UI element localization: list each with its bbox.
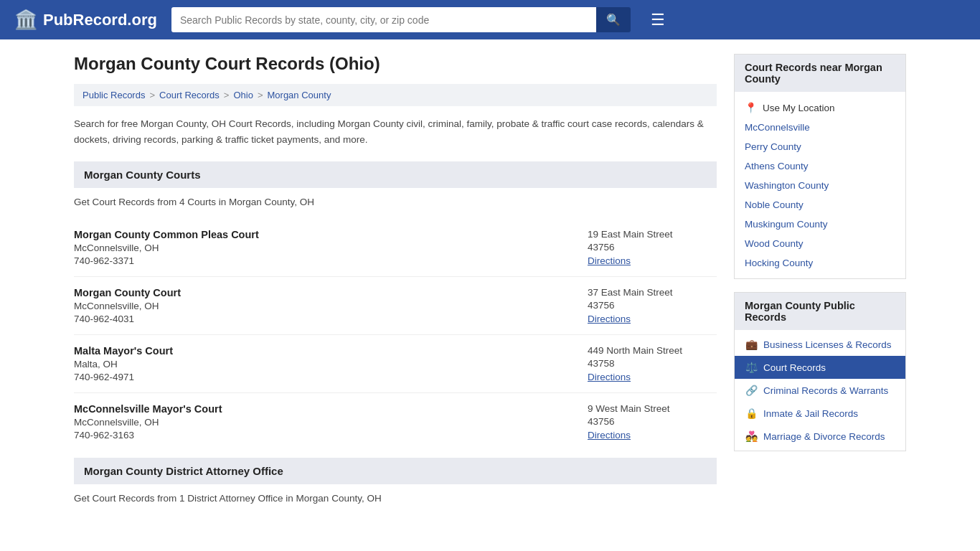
record-label-2: Criminal Records & Warrants: [763, 385, 888, 396]
breadcrumb-sep-1: >: [149, 90, 155, 100]
location-icon: 📍: [745, 102, 757, 113]
court-right-0: 19 East Main Street 43756 Directions: [588, 229, 717, 266]
search-bar: 🔍: [171, 7, 631, 32]
menu-button[interactable]: ☰: [651, 11, 665, 29]
directions-link-3[interactable]: Directions: [588, 430, 631, 441]
court-phone-3: 740-962-3163: [74, 430, 222, 441]
breadcrumb-sep-3: >: [258, 90, 263, 100]
court-address-2: 449 North Main Street: [588, 345, 717, 356]
nearby-list: 📍 Use My Location McConnelsvillePerry Co…: [735, 92, 905, 278]
nearby-header: Court Records near Morgan County: [735, 55, 905, 92]
breadcrumb-court-records[interactable]: Court Records: [159, 90, 220, 100]
court-city-2: Malta, OH: [74, 359, 173, 369]
page-description: Search for free Morgan County, OH Court …: [74, 116, 717, 147]
court-left-3: McConnelsville Mayor's Court McConnelsvi…: [74, 403, 222, 441]
search-input[interactable]: [171, 7, 596, 32]
court-entry: McConnelsville Mayor's Court McConnelsvi…: [74, 393, 717, 451]
breadcrumb-ohio[interactable]: Ohio: [233, 90, 253, 100]
search-button[interactable]: 🔍: [596, 7, 631, 32]
nearby-items-container: McConnelsvillePerry CountyAthens CountyW…: [735, 118, 905, 273]
directions-link-1[interactable]: Directions: [588, 314, 631, 324]
record-item-2[interactable]: 🔗Criminal Records & Warrants: [735, 379, 905, 402]
court-right-1: 37 East Main Street 43756 Directions: [588, 287, 717, 324]
record-label-1: Court Records: [763, 362, 826, 373]
breadcrumb-sep-2: >: [224, 90, 230, 100]
court-phone-2: 740-962-4971: [74, 372, 173, 382]
record-item-1[interactable]: ⚖️Court Records: [735, 356, 905, 379]
court-zip-3: 43756: [588, 416, 717, 427]
logo-text: PubRecord.org: [43, 11, 157, 29]
nearby-item-1[interactable]: Perry County: [735, 137, 905, 156]
courts-section: Morgan County Courts Get Court Records f…: [74, 161, 717, 451]
records-items-container: 💼Business Licenses & Records⚖️Court Reco…: [735, 333, 905, 448]
court-address-1: 37 East Main Street: [588, 287, 717, 298]
record-item-3[interactable]: 🔒Inmate & Jail Records: [735, 402, 905, 425]
breadcrumb-morgan-county[interactable]: Morgan County: [268, 90, 331, 100]
site-header: 🏛️ PubRecord.org 🔍 ☰: [0, 0, 980, 39]
court-city-1: McConnelsville, OH: [74, 301, 181, 311]
records-list: 💼Business Licenses & Records⚖️Court Reco…: [735, 330, 905, 451]
court-entry: Malta Mayor's Court Malta, OH 740-962-49…: [74, 335, 717, 393]
nearby-item-2[interactable]: Athens County: [735, 156, 905, 176]
court-name-2: Malta Mayor's Court: [74, 345, 173, 357]
public-records-box: Morgan County Public Records 💼Business L…: [734, 292, 906, 451]
nearby-item-4[interactable]: Noble County: [735, 195, 905, 215]
court-entry: Morgan County Common Pleas Court McConne…: [74, 219, 717, 277]
courts-section-header: Morgan County Courts: [74, 161, 717, 188]
logo-icon: 🏛️: [14, 9, 37, 31]
court-city-3: McConnelsville, OH: [74, 417, 222, 428]
record-icon-4: 💑: [745, 430, 758, 442]
record-item-4[interactable]: 💑Marriage & Divorce Records: [735, 425, 905, 448]
record-label-0: Business Licenses & Records: [763, 339, 892, 350]
main-content: Morgan County Court Records (Ohio) Publi…: [74, 54, 717, 515]
breadcrumb: Public Records > Court Records > Ohio > …: [74, 84, 717, 106]
nearby-item-5[interactable]: Muskingum County: [735, 215, 905, 234]
record-item-0[interactable]: 💼Business Licenses & Records: [735, 333, 905, 356]
court-phone-1: 740-962-4031: [74, 314, 181, 324]
court-zip-0: 43756: [588, 242, 717, 253]
nearby-box: Court Records near Morgan County 📍 Use M…: [734, 54, 906, 279]
breadcrumb-public-records[interactable]: Public Records: [83, 90, 145, 100]
court-name-3: McConnelsville Mayor's Court: [74, 403, 222, 415]
nearby-item-3[interactable]: Washington County: [735, 176, 905, 195]
nearby-item-0[interactable]: McConnelsville: [735, 118, 905, 137]
court-zip-2: 43758: [588, 358, 717, 369]
public-records-header: Morgan County Public Records: [735, 293, 905, 330]
use-location-label: Use My Location: [763, 103, 835, 113]
court-address-3: 9 West Main Street: [588, 403, 717, 414]
court-address-0: 19 East Main Street: [588, 229, 717, 240]
court-name-0: Morgan County Common Pleas Court: [74, 229, 259, 240]
court-left-1: Morgan County Court McConnelsville, OH 7…: [74, 287, 181, 324]
court-city-0: McConnelsville, OH: [74, 242, 259, 253]
da-section-header: Morgan County District Attorney Office: [74, 458, 717, 484]
directions-link-2[interactable]: Directions: [588, 372, 631, 382]
court-right-2: 449 North Main Street 43758 Directions: [588, 345, 717, 382]
courts-section-desc: Get Court Records from 4 Courts in Morga…: [74, 197, 717, 207]
court-right-3: 9 West Main Street 43756 Directions: [588, 403, 717, 441]
site-logo[interactable]: 🏛️ PubRecord.org: [14, 9, 157, 31]
record-icon-1: ⚖️: [745, 362, 758, 373]
record-icon-0: 💼: [745, 339, 758, 350]
da-section: Morgan County District Attorney Office G…: [74, 458, 717, 504]
court-entry: Morgan County Court McConnelsville, OH 7…: [74, 277, 717, 335]
courts-list: Morgan County Common Pleas Court McConne…: [74, 219, 717, 451]
page-title: Morgan County Court Records (Ohio): [74, 54, 717, 74]
sidebar: Court Records near Morgan County 📍 Use M…: [734, 54, 906, 515]
record-icon-3: 🔒: [745, 408, 758, 419]
court-left-2: Malta Mayor's Court Malta, OH 740-962-49…: [74, 345, 173, 382]
nearby-item-6[interactable]: Wood County: [735, 234, 905, 253]
directions-link-0[interactable]: Directions: [588, 255, 631, 266]
court-left-0: Morgan County Common Pleas Court McConne…: [74, 229, 259, 266]
court-phone-0: 740-962-3371: [74, 255, 259, 266]
record-label-4: Marriage & Divorce Records: [763, 431, 885, 442]
nearby-item-7[interactable]: Hocking County: [735, 253, 905, 273]
page-container: Morgan County Court Records (Ohio) Publi…: [60, 39, 920, 529]
da-section-desc: Get Court Records from 1 District Attorn…: [74, 493, 717, 504]
court-name-1: Morgan County Court: [74, 287, 181, 298]
record-icon-2: 🔗: [745, 385, 758, 396]
use-my-location[interactable]: 📍 Use My Location: [735, 98, 905, 118]
court-zip-1: 43756: [588, 300, 717, 311]
record-label-3: Inmate & Jail Records: [763, 408, 858, 419]
